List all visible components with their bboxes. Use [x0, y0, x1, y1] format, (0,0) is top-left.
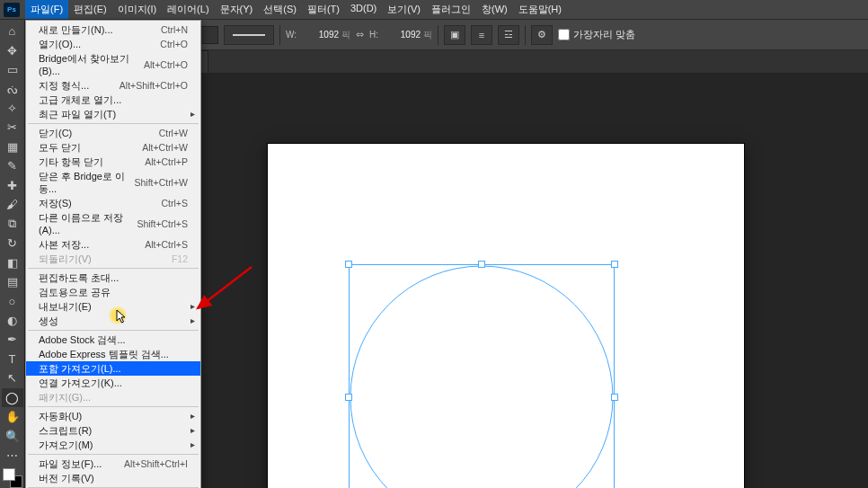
file-menu-item-31[interactable]: 파일 정보(F)...Alt+Shift+Ctrl+I	[26, 457, 200, 471]
menu-item-shortcut: Alt+Ctrl+O	[144, 58, 188, 71]
align-edges-checkbox[interactable]	[558, 29, 570, 40]
hand-icon[interactable]: ✋	[2, 407, 23, 426]
frame-icon[interactable]: ▦	[2, 138, 23, 156]
menu-1[interactable]: 편집(E)	[68, 0, 112, 19]
file-menu-item-5[interactable]: 최근 파일 열기(T)	[26, 107, 200, 121]
menu-item-label: 닫은 후 Bridge로 이동...	[39, 170, 134, 195]
dodge-icon[interactable]: ◐	[2, 311, 23, 330]
link-wh-icon[interactable]: ⇔	[356, 29, 364, 40]
menu-4[interactable]: 문자(Y)	[215, 0, 259, 19]
menu-2[interactable]: 이미지(I)	[112, 0, 162, 19]
eyedrop-icon[interactable]: ✎	[2, 156, 23, 175]
menu-item-shortcut: Ctrl+N	[161, 23, 188, 36]
file-menu-item-10[interactable]: 닫은 후 Bridge로 이동...Shift+Ctrl+W	[26, 169, 200, 196]
menu-item-label: 내보내기(E)	[39, 300, 92, 313]
move-icon[interactable]: ✥	[2, 40, 23, 59]
menu-7[interactable]: 3D(D)	[345, 0, 382, 19]
file-menu-item-14: 되돌리기(V)F12	[26, 252, 200, 266]
menu-item-shortcut: Alt+Ctrl+W	[142, 141, 188, 154]
menu-11[interactable]: 도움말(H)	[513, 0, 567, 19]
file-menu-item-2[interactable]: Bridge에서 찾아보기(B)...Alt+Ctrl+O	[26, 51, 200, 78]
menu-9[interactable]: 플러그인	[426, 0, 476, 19]
crop-icon[interactable]: ✂	[2, 118, 23, 137]
menu-item-label: 되돌리기(V)	[39, 253, 92, 265]
arrange-icon[interactable]: ☲	[498, 25, 519, 45]
file-menu-item-29[interactable]: 가져오기(M)	[26, 438, 200, 452]
type-icon[interactable]: T	[2, 350, 23, 368]
menu-5[interactable]: 선택(S)	[258, 0, 302, 19]
path-icon[interactable]: ↖	[2, 368, 23, 387]
marquee-icon[interactable]: ▭	[2, 60, 23, 79]
path-op-icon[interactable]: ▣	[444, 25, 465, 45]
brush-icon[interactable]: 🖌	[2, 195, 23, 214]
file-menu-item-27[interactable]: 자동화(U)	[26, 409, 200, 423]
gradient-icon[interactable]: ▤	[2, 272, 23, 291]
height-unit: 픽	[423, 29, 432, 41]
wand-icon[interactable]: ✧	[2, 99, 23, 118]
ellipse-shape-layer[interactable]	[349, 264, 615, 488]
menu-10[interactable]: 창(W)	[476, 0, 513, 19]
ellipse-icon[interactable]: ◯	[2, 388, 23, 407]
file-menu-item-23[interactable]: 포함 가져오기(L)...	[26, 361, 200, 376]
file-menu-item-7[interactable]: 닫기(C)Ctrl+W	[26, 126, 200, 140]
handle-mr[interactable]	[611, 394, 618, 401]
app-logo: Ps	[4, 3, 20, 17]
menu-item-label: 고급 개체로 열기...	[39, 93, 121, 106]
svg-point-0	[350, 266, 613, 488]
color-swatches[interactable]	[3, 468, 22, 487]
menu-6[interactable]: 필터(T)	[302, 0, 345, 19]
blur-icon[interactable]: ○	[2, 291, 23, 310]
menu-item-shortcut: Alt+Shift+Ctrl+I	[124, 457, 188, 470]
file-menu: 새로 만들기(N)...Ctrl+N열기(O)...Ctrl+OBridge에서…	[25, 20, 201, 488]
menu-item-shortcut: Ctrl+W	[159, 127, 188, 139]
file-menu-item-4[interactable]: 고급 개체로 열기...	[26, 93, 200, 107]
gear-icon[interactable]: ⚙	[531, 25, 553, 45]
heal-icon[interactable]: ✚	[2, 176, 23, 195]
ellipse-path	[349, 264, 615, 488]
handle-tc[interactable]	[478, 261, 485, 268]
stamp-icon[interactable]: ⧉	[2, 215, 23, 234]
lasso-icon[interactable]: ᔔ	[2, 79, 23, 98]
menu-item-label: Adobe Express 템플릿 검색...	[39, 348, 169, 360]
fg-swatch[interactable]	[3, 468, 15, 481]
file-menu-item-22[interactable]: Adobe Express 템플릿 검색...	[26, 347, 200, 361]
handle-tr[interactable]	[611, 261, 618, 268]
menu-0[interactable]: 파일(F)	[25, 0, 68, 19]
home-icon[interactable]: ⌂	[2, 22, 23, 40]
file-menu-item-13[interactable]: 사본 저장...Alt+Ctrl+S	[26, 237, 200, 252]
eraser-icon[interactable]: ◧	[2, 253, 23, 271]
history-icon[interactable]: ↻	[2, 234, 23, 253]
file-menu-item-18[interactable]: 내보내기(E)	[26, 299, 200, 314]
file-menu-item-11[interactable]: 저장(S)Ctrl+S	[26, 196, 200, 210]
file-menu-item-28[interactable]: 스크립트(R)	[26, 423, 200, 438]
stroke-style-select[interactable]	[224, 25, 274, 45]
zoom-icon[interactable]: 🔍	[2, 427, 23, 446]
menu-3[interactable]: 레이어(L)	[162, 0, 214, 19]
handle-ml[interactable]	[345, 394, 352, 401]
file-menu-item-8[interactable]: 모두 닫기Alt+Ctrl+W	[26, 140, 200, 155]
menu-item-label: 지정 형식...	[39, 79, 89, 92]
handle-tl[interactable]	[345, 261, 352, 268]
file-menu-item-9[interactable]: 기타 항목 닫기Alt+Ctrl+P	[26, 155, 200, 169]
file-menu-item-17[interactable]: 검토용으로 공유	[26, 285, 200, 299]
file-menu-item-1[interactable]: 열기(O)...Ctrl+O	[26, 37, 200, 51]
height-label: H:	[369, 30, 378, 40]
align-icon[interactable]: ≡	[471, 25, 492, 45]
menu-item-label: 모두 닫기	[39, 141, 81, 154]
file-menu-item-0[interactable]: 새로 만들기(N)...Ctrl+N	[26, 22, 200, 37]
file-menu-item-12[interactable]: 다른 이름으로 저장(A)...Shift+Ctrl+S	[26, 210, 200, 237]
menu-separator	[28, 454, 199, 455]
menu-8[interactable]: 보기(V)	[382, 0, 426, 19]
file-menu-item-3[interactable]: 지정 형식...Alt+Shift+Ctrl+O	[26, 78, 200, 93]
pen-icon[interactable]: ✒	[2, 330, 23, 349]
file-menu-item-21[interactable]: Adobe Stock 검색...	[26, 333, 200, 347]
file-menu-item-16[interactable]: 편집하도록 초대...	[26, 271, 200, 285]
file-menu-item-24[interactable]: 연결 가져오기(K)...	[26, 376, 200, 390]
file-menu-item-32[interactable]: 버전 기록(V)	[26, 471, 200, 485]
height-value[interactable]: 1092	[381, 30, 421, 40]
more-icon[interactable]: ⋯	[2, 446, 23, 465]
file-menu-item-19[interactable]: 생성	[26, 314, 200, 328]
menu-item-shortcut: F12	[172, 253, 188, 265]
width-value[interactable]: 1092	[299, 30, 339, 40]
menu-item-label: 저장(S)	[39, 197, 72, 209]
